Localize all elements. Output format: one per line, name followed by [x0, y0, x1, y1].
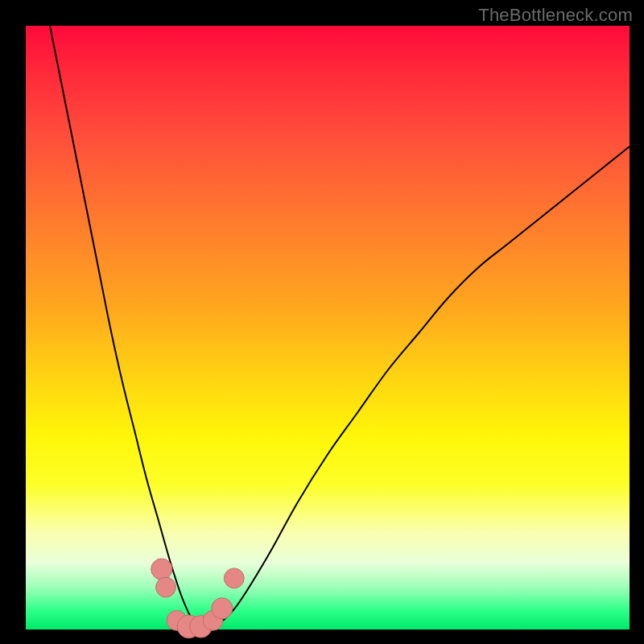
data-marker: [212, 598, 233, 619]
plot-area: [26, 26, 630, 630]
chart-frame: TheBottleneck.com: [0, 0, 644, 644]
data-marker: [156, 577, 176, 597]
data-marker: [224, 568, 244, 588]
watermark-text: TheBottleneck.com: [478, 5, 633, 26]
marker-group: [151, 559, 244, 638]
bottleneck-curve-path: [50, 26, 630, 630]
data-marker: [151, 559, 172, 580]
curve-layer: [26, 26, 630, 630]
